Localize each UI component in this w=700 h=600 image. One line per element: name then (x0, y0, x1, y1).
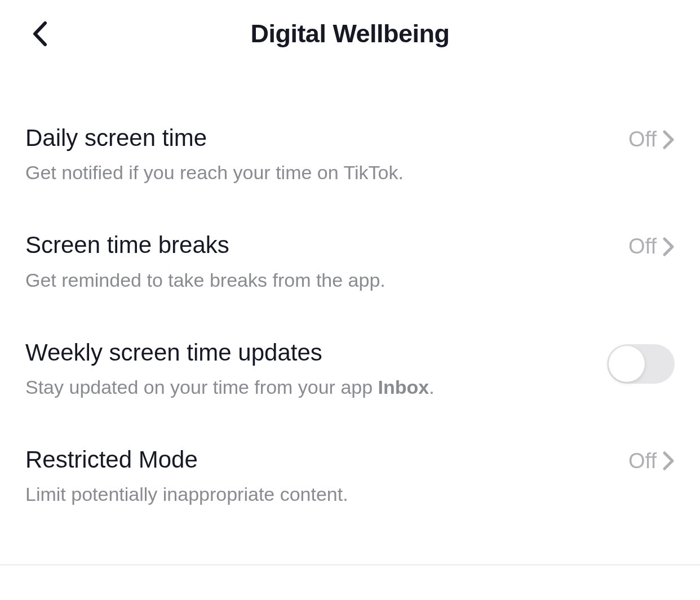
setting-screen-time-breaks[interactable]: Screen time breaks Get reminded to take … (0, 208, 700, 315)
setting-desc: Get notified if you reach your time on T… (25, 160, 628, 186)
setting-value: Off (628, 127, 657, 152)
setting-title: Restricted Mode (25, 446, 628, 474)
weekly-updates-toggle[interactable] (607, 344, 675, 384)
chevron-right-icon (662, 130, 675, 150)
chevron-right-icon (662, 237, 675, 257)
setting-title: Daily screen time (25, 124, 628, 152)
setting-text: Restricted Mode Limit potentially inappr… (25, 446, 628, 508)
setting-desc-pre: Stay updated on your time from your app (25, 376, 378, 398)
setting-title: Screen time breaks (25, 231, 628, 259)
header: Digital Wellbeing (0, 0, 700, 68)
setting-title: Weekly screen time updates (25, 339, 607, 367)
back-button[interactable] (27, 20, 54, 47)
chevron-left-icon (30, 21, 51, 47)
setting-restricted-mode[interactable]: Restricted Mode Limit potentially inappr… (0, 423, 700, 530)
chevron-right-icon (662, 451, 675, 471)
toggle-knob (609, 346, 645, 382)
setting-desc: Stay updated on your time from your app … (25, 375, 607, 401)
page-title: Digital Wellbeing (25, 19, 675, 48)
setting-text: Weekly screen time updates Stay updated … (25, 339, 607, 401)
setting-desc: Limit potentially inappropriate content. (25, 482, 628, 508)
setting-value-wrap: Off (628, 124, 675, 152)
setting-text: Daily screen time Get notified if you re… (25, 124, 628, 186)
settings-list: Daily screen time Get notified if you re… (0, 68, 700, 530)
setting-desc: Get reminded to take breaks from the app… (25, 268, 628, 294)
setting-value: Off (628, 449, 657, 473)
setting-desc-bold: Inbox (378, 376, 429, 398)
setting-weekly-updates[interactable]: Weekly screen time updates Stay updated … (0, 316, 700, 423)
setting-text: Screen time breaks Get reminded to take … (25, 231, 628, 293)
setting-desc-post: . (429, 376, 434, 398)
setting-daily-screen-time[interactable]: Daily screen time Get notified if you re… (0, 101, 700, 208)
setting-value: Off (628, 234, 657, 259)
setting-value-wrap: Off (628, 446, 675, 473)
setting-value-wrap: Off (628, 231, 675, 259)
divider (0, 564, 700, 566)
